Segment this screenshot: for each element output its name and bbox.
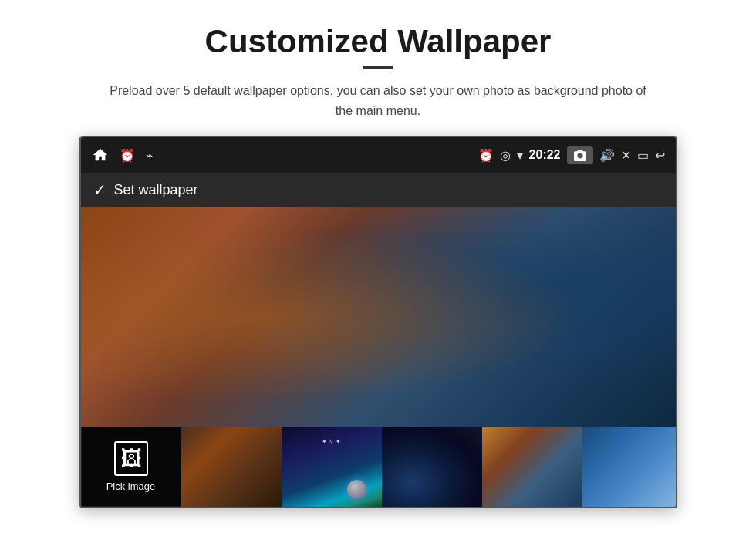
status-bar: ⏰ ⌁ ⏰ ◎ ▾ 20:22 🔊 ✕ ▭ ↩ [81,137,676,173]
pick-image-icon: 🖼 [114,441,148,476]
title-divider [363,66,393,69]
thumbnail-1[interactable] [181,427,282,507]
page-subtitle: Preload over 5 default wallpaper options… [108,81,648,120]
wifi-icon: ▾ [517,148,523,163]
volume-icon: 🔊 [599,148,615,163]
home-icon [92,147,109,164]
alarm-right-icon: ⏰ [478,148,494,163]
status-right-icons: ⏰ ◎ ▾ 20:22 🔊 ✕ ▭ ↩ [478,146,665,164]
camera-icon [572,149,588,161]
thumbnail-4[interactable] [482,427,582,507]
alarm-left-icon: ⏰ [120,148,135,163]
page-title: Customized Wallpaper [205,23,552,60]
location-icon: ◎ [500,148,511,163]
usb-icon: ⌁ [146,148,154,163]
device-screen: ⏰ ⌁ ⏰ ◎ ▾ 20:22 🔊 ✕ ▭ ↩ [79,136,677,508]
thumbnail-3[interactable] [382,427,482,507]
thumbnail-5[interactable] [582,427,677,507]
wallpaper-preview [81,207,676,427]
thumbnail-2[interactable] [282,427,382,507]
pick-image-label: Pick image [106,481,156,492]
thumbnail-strip: 🖼 Pick image [81,427,676,507]
page-wrapper: Customized Wallpaper Preload over 5 defa… [0,0,756,560]
close-icon: ✕ [621,148,631,163]
set-wallpaper-label: Set wallpaper [114,182,198,198]
check-icon: ✓ [93,180,106,199]
status-left-icons: ⏰ ⌁ [92,147,154,164]
status-time: 20:22 [529,148,561,162]
wallpaper-bar: ✓ Set wallpaper [81,173,676,207]
camera-button[interactable] [567,146,593,164]
window-icon: ▭ [637,148,649,163]
pick-image-thumb[interactable]: 🖼 Pick image [81,427,181,507]
back-icon: ↩ [655,148,665,163]
